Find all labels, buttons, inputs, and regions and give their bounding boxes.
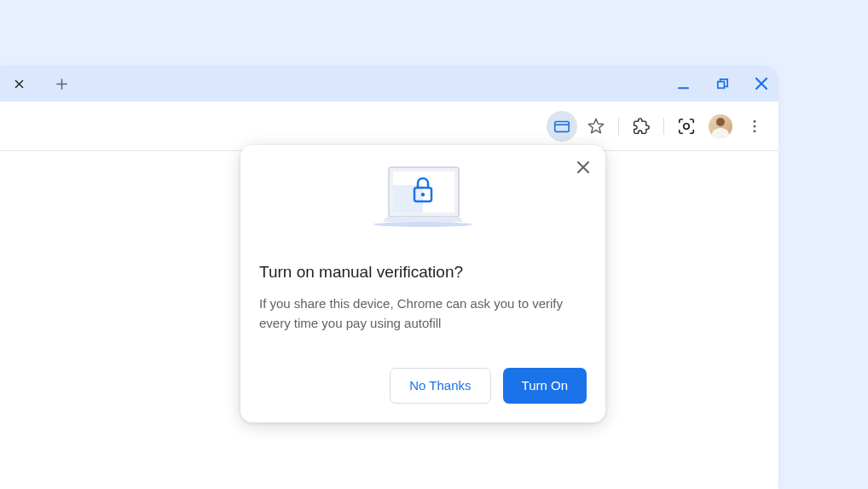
more-vert-icon	[746, 118, 763, 135]
toolbar-divider	[618, 118, 619, 135]
svg-point-11	[421, 193, 425, 196]
menu-button[interactable]	[739, 111, 770, 142]
no-thanks-button[interactable]: No Thanks	[390, 368, 490, 404]
laptop-lock-icon	[359, 164, 487, 239]
close-tab-button[interactable]	[7, 72, 31, 96]
svg-rect-1	[555, 121, 570, 131]
extensions-button[interactable]	[626, 111, 657, 142]
popup-illustration	[259, 164, 587, 239]
new-tab-button[interactable]	[49, 72, 73, 96]
popup-close-button[interactable]	[571, 155, 595, 179]
tab-region	[7, 72, 73, 96]
close-window-button[interactable]	[749, 72, 773, 96]
lens-icon	[677, 117, 696, 136]
svg-rect-0	[717, 81, 724, 88]
svg-point-2	[684, 123, 689, 128]
svg-point-3	[754, 119, 756, 122]
svg-point-4	[754, 125, 756, 127]
payment-method-button[interactable]	[547, 111, 577, 142]
tab-bar	[0, 66, 778, 102]
minimize-button[interactable]	[671, 72, 695, 96]
turn-on-button[interactable]: Turn On	[503, 368, 587, 404]
restore-button[interactable]	[710, 72, 734, 96]
popup-title: Turn on manual verification?	[259, 263, 587, 282]
minimize-icon	[677, 78, 690, 90]
address-bar-actions	[547, 111, 611, 142]
plus-icon	[55, 78, 68, 90]
close-icon	[14, 79, 25, 90]
lens-button[interactable]	[671, 111, 702, 142]
toolbar	[0, 102, 778, 151]
popup-buttons: No Thanks Turn On	[259, 368, 587, 404]
puzzle-icon	[633, 118, 650, 135]
star-icon	[587, 117, 605, 136]
close-icon	[576, 160, 590, 174]
popup-body: If you share this device, Chrome can ask…	[259, 294, 587, 334]
bookmark-button[interactable]	[581, 111, 611, 142]
avatar	[709, 114, 732, 138]
toolbar-divider	[663, 118, 664, 135]
svg-rect-8	[393, 185, 423, 212]
profile-avatar[interactable]	[705, 111, 736, 142]
close-icon	[755, 77, 768, 90]
verification-popup: Turn on manual verification? If you shar…	[240, 145, 605, 422]
restore-icon	[715, 77, 730, 91]
credit-card-icon	[553, 117, 571, 136]
svg-point-9	[373, 222, 472, 227]
svg-point-5	[754, 130, 756, 132]
window-controls	[671, 66, 773, 102]
